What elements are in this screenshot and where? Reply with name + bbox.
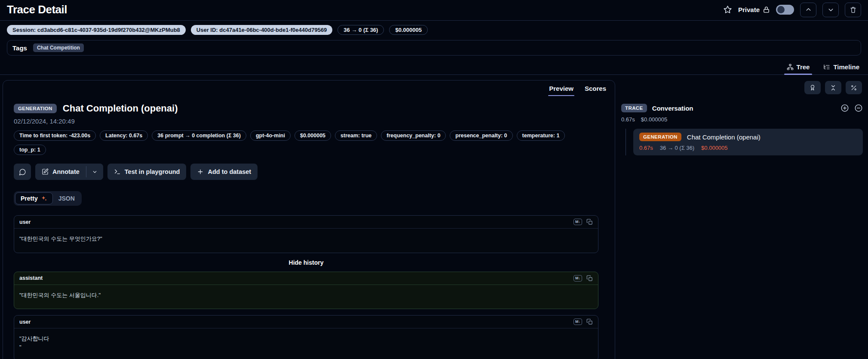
message-header: user M↓: [14, 216, 598, 229]
edit-pencil-icon: [42, 168, 49, 175]
trace-latency: 0.67s: [621, 116, 635, 123]
public-private-toggle[interactable]: [776, 5, 794, 15]
hide-history-button[interactable]: Hide history: [14, 253, 598, 272]
message-tools: M↓: [574, 219, 593, 225]
playground-label: Test in playground: [125, 168, 180, 175]
trace-tree-branch: GENERATION Chat Completion (openai) 0.67…: [620, 129, 863, 155]
timeline-icon: [823, 64, 830, 71]
bookmark-star-button[interactable]: [723, 5, 732, 14]
node-cost: $0.000005: [701, 145, 727, 151]
privacy-label: Private: [738, 6, 760, 13]
tree-connector-line: [626, 129, 626, 155]
tree-icon: [787, 64, 794, 71]
tab-tree-label: Tree: [797, 63, 810, 71]
copy-icon[interactable]: [586, 319, 593, 325]
view-mode-tabs: Tree Timeline: [0, 60, 868, 75]
format-toggle: Pretty JSON: [14, 191, 82, 206]
lock-icon: [763, 6, 770, 13]
message-header: assistant M↓: [14, 272, 598, 285]
message-role: user: [19, 319, 31, 325]
collapse-tree-button[interactable]: [854, 104, 863, 112]
node-header: GENERATION Chat Completion (openai): [639, 133, 857, 141]
page-title: Trace Detail: [7, 3, 67, 16]
annotate-button[interactable]: Annotate: [35, 164, 86, 180]
copy-icon[interactable]: [586, 275, 593, 282]
expand-all-button[interactable]: [840, 104, 849, 112]
next-trace-button[interactable]: [822, 3, 839, 17]
tab-timeline-label: Timeline: [833, 63, 859, 71]
pill-cost: $0.000005: [294, 130, 331, 141]
trace-tree-panel: TRACE Conversation 0.67s $0.000005 GENER…: [620, 80, 865, 155]
annotate-dropdown-button[interactable]: [86, 164, 103, 180]
generation-node-badge: GENERATION: [639, 133, 681, 141]
markdown-toggle-icon[interactable]: M↓: [574, 219, 582, 225]
toggle-knob: [777, 6, 785, 13]
format-pretty-button[interactable]: Pretty: [15, 192, 53, 204]
pill-model: gpt-4o-mini: [250, 130, 291, 141]
pill-stream: stream: true: [335, 130, 377, 141]
node-metrics: 0.67s 36 → 0 (Σ 36) $0.000005: [639, 145, 857, 151]
markdown-toggle-icon[interactable]: M↓: [574, 319, 582, 325]
tab-preview[interactable]: Preview: [549, 85, 574, 96]
total-cost-badge: $0.000005: [389, 25, 427, 35]
chevron-down-icon: [827, 6, 834, 13]
metric-pills-row-2: top_p: 1: [14, 145, 604, 155]
message-role: user: [19, 219, 31, 225]
format-json-button[interactable]: JSON: [53, 192, 80, 204]
sparkles-icon: [41, 195, 47, 202]
user-id-badge[interactable]: User ID: dc47a41e-06bc-400d-bde1-f0e440d…: [191, 25, 333, 35]
main-content: Preview Scores GENERATION Chat Completio…: [0, 75, 868, 359]
message-role: assistant: [19, 275, 43, 281]
message-content: "감사합니다 ": [14, 328, 598, 359]
message-header: user M↓: [14, 316, 598, 328]
tree-panel-toolbar: [620, 80, 863, 94]
observation-actions: Annotate Test in playground: [14, 164, 604, 180]
tab-tree[interactable]: Tree: [786, 60, 811, 74]
spacer: [14, 309, 598, 315]
trash-icon: [850, 6, 857, 13]
test-in-playground-button[interactable]: Test in playground: [107, 164, 187, 180]
comment-button[interactable]: [14, 164, 31, 180]
trace-meta-row: Session: cd3abcd6-c81c-4037-935d-19d9f27…: [0, 21, 868, 38]
tab-timeline[interactable]: Timeline: [822, 60, 860, 74]
add-to-dataset-button[interactable]: Add to dataset: [190, 164, 258, 180]
token-usage-badge: 36 → 0 (Σ 36): [337, 25, 384, 35]
collapse-all-button[interactable]: [825, 81, 841, 94]
message-box-user-1: user M↓ "대한민국의 수도는 무엇인가요?": [14, 215, 598, 253]
tags-container: Tags Chat Competition: [7, 40, 861, 56]
annotate-label: Annotate: [52, 168, 80, 175]
award-icon: [809, 84, 816, 91]
plus-icon: [197, 168, 204, 175]
message-content: "대한민국의 수도는 무엇인가요?": [14, 229, 598, 253]
message-tools: M↓: [574, 319, 593, 325]
privacy-status: Private: [738, 6, 770, 13]
delete-trace-button[interactable]: [845, 3, 861, 17]
session-badge[interactable]: Session: cd3abcd6-c81c-4037-935d-19d9f27…: [7, 25, 186, 35]
message-content: "대한민국의 수도는 서울입니다.": [14, 285, 598, 309]
markdown-toggle-icon[interactable]: M↓: [574, 275, 582, 282]
trace-root-row[interactable]: TRACE Conversation: [620, 104, 863, 112]
metric-pills-row-1: Time to first token: -423.00s Latency: 0…: [14, 130, 604, 141]
node-latency: 0.67s: [639, 145, 653, 151]
trace-name: Conversation: [652, 105, 835, 112]
terminal-icon: [114, 168, 121, 175]
top-bar-actions: Private: [723, 3, 861, 17]
metrics-percent-button[interactable]: [846, 81, 862, 94]
node-tokens: 36 → 0 (Σ 36): [660, 145, 694, 151]
scores-award-button[interactable]: [804, 81, 821, 94]
tab-scores[interactable]: Scores: [585, 85, 606, 96]
trace-cost: $0.000005: [641, 116, 667, 123]
message-box-assistant: assistant M↓ "대한민국의 수도는 서울입니다.": [14, 272, 598, 309]
chevron-down-icon: [92, 169, 98, 175]
previous-trace-button[interactable]: [800, 3, 816, 17]
generation-node-selected[interactable]: GENERATION Chat Completion (openai) 0.67…: [633, 129, 863, 155]
tag-chip-chat-competition[interactable]: Chat Competition: [33, 43, 84, 52]
plus-circle-icon: [840, 104, 849, 112]
pill-top-p: top_p: 1: [14, 145, 46, 155]
trace-metrics: 0.67s $0.000005: [620, 116, 863, 123]
star-icon: [723, 5, 732, 14]
comment-bubble-icon: [19, 168, 26, 176]
copy-icon[interactable]: [586, 219, 593, 225]
add-to-dataset-label: Add to dataset: [208, 168, 251, 175]
observation-detail-card: Preview Scores GENERATION Chat Completio…: [3, 80, 615, 359]
